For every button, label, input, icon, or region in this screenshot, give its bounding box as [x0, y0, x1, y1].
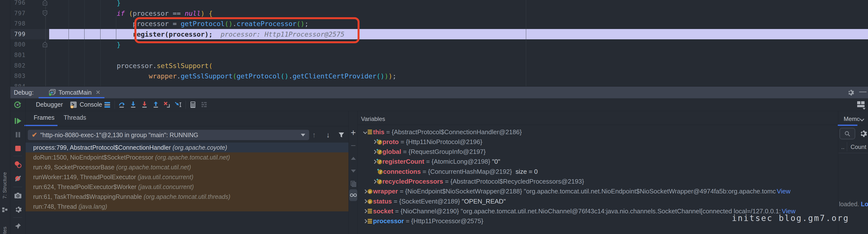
variable-name: processor [373, 217, 404, 225]
step-out-button[interactable] [150, 100, 161, 110]
rerun-button[interactable] [13, 100, 22, 109]
resume-button[interactable] [10, 116, 25, 126]
variable-row[interactable]: fglobal = {RequestGroupInfo@2197} [358, 147, 836, 157]
mute-breakpoints-button[interactable] [10, 173, 25, 184]
step-into-button[interactable] [128, 100, 139, 110]
line-number[interactable]: 801 [10, 50, 26, 60]
line-number[interactable]: 799 [10, 29, 26, 39]
memory-column-class[interactable]: .. [841, 144, 844, 150]
fold-marker-icon[interactable] [42, 41, 48, 48]
variable-row[interactable]: fregisterCount = {AtomicLong@2198} "0" [358, 157, 836, 167]
line-number[interactable]: 802 [10, 60, 26, 71]
thread-selector-dropdown[interactable]: ✔ "http-nio-8080-exec-1"@2,130 in group … [28, 130, 309, 140]
pause-button[interactable] [10, 129, 25, 140]
tab-threads[interactable]: Threads [61, 111, 89, 124]
variable-value: = {NioChannel@2190} "org.apache.tomcat.u… [393, 207, 781, 215]
move-watch-up-button[interactable] [349, 153, 358, 163]
sidebar-item-favorites[interactable]: vorites [2, 227, 8, 234]
variable-value: = {Http11Processor@2575} [404, 217, 484, 225]
frame-row[interactable]: doRun:1500, NioEndpoint$SocketProcessor … [25, 152, 348, 162]
settings-gear-icon[interactable] [847, 89, 854, 96]
restore-layout-icon[interactable] [856, 100, 866, 110]
code-line[interactable]: 801 [10, 50, 868, 60]
run-to-cursor-button[interactable] [173, 100, 184, 110]
variable-string-value: size = 0 [516, 168, 538, 175]
line-number[interactable]: 803 [10, 71, 26, 81]
variable-f-icon: f [376, 178, 382, 184]
variable-row[interactable]: this = {AbstractProtocol$ConnectionHandl… [358, 127, 836, 137]
variable-bars-icon [367, 218, 373, 224]
force-step-into-button[interactable] [139, 100, 150, 110]
search-icon [844, 130, 850, 137]
variable-row[interactable]: pstatus = {SocketEvent@2189} "OPEN_READ" [358, 196, 836, 206]
pin-button[interactable] [10, 221, 25, 232]
drop-frame-button[interactable] [161, 100, 173, 110]
tab-debugger[interactable]: Debugger [31, 98, 67, 111]
code-line[interactable]: 803 wrapper.getSslSupport(getProtocol().… [10, 71, 868, 81]
variable-row[interactable]: fconnections = {ConcurrentHashMap@2192} … [358, 167, 836, 176]
memory-settings-gear-icon[interactable] [859, 129, 867, 138]
view-value-link[interactable]: View [776, 187, 790, 195]
close-icon[interactable]: ✕ [94, 89, 100, 96]
tool-window-stripe: 7: Structure vorites [0, 0, 10, 234]
view-breakpoints-button[interactable] [10, 159, 25, 170]
line-number[interactable]: 798 [10, 19, 26, 29]
copy-watch-button[interactable] [349, 179, 358, 189]
run-tab-title: TomcatMain [59, 89, 92, 96]
line-number[interactable]: 804 [10, 81, 26, 87]
variable-value: = {ConcurrentHashMap@2192} [421, 168, 516, 175]
tab-memory[interactable]: Memory [844, 116, 859, 122]
fold-marker-icon[interactable] [42, 0, 48, 6]
previous-frame-button[interactable]: ↑ [309, 130, 319, 140]
frame-row[interactable]: process:799, AbstractProtocol$Connection… [25, 143, 348, 152]
code-line[interactable]: 804 [10, 81, 868, 87]
trace-settings-button[interactable] [198, 100, 210, 110]
sidebar-item-structure[interactable]: 7: Structure [2, 172, 8, 199]
column-divider[interactable] [847, 142, 847, 151]
variable-row[interactable]: pwrapper = {NioEndpoint$NioSocketWrapper… [358, 186, 836, 196]
frame-row[interactable]: runWorker:1149, ThreadPoolExecutor (java… [25, 172, 348, 182]
tab-frames[interactable]: Frames [31, 111, 57, 124]
variable-bars-icon [367, 129, 373, 135]
tab-console[interactable]: Console [67, 98, 105, 111]
show-execution-point-button[interactable] [102, 100, 113, 110]
chevron-down-icon[interactable] [860, 117, 864, 121]
remove-watch-button[interactable]: − [349, 141, 358, 150]
line-number[interactable]: 797 [10, 8, 26, 19]
add-watch-button[interactable]: + [349, 128, 358, 138]
divider [25, 126, 348, 126]
variable-name: connections [383, 168, 421, 175]
frame-row[interactable]: run:61, TaskThread$WrappingRunnable (org… [25, 192, 348, 202]
line-number[interactable]: 796 [10, 0, 26, 8]
line-number[interactable]: 800 [10, 39, 26, 50]
step-over-button[interactable] [116, 100, 128, 110]
stop-button[interactable] [10, 143, 25, 154]
next-frame-button[interactable]: ↓ [323, 130, 333, 140]
hide-icon[interactable]: — [859, 88, 866, 95]
active-tab-underline [838, 125, 858, 126]
run-tab-tomcatmain[interactable]: TomcatMain ✕ [47, 87, 102, 98]
frame-row[interactable]: run:49, SocketProcessorBase (org.apache.… [25, 162, 348, 172]
fold-marker-icon[interactable] [42, 10, 48, 16]
variable-row[interactable]: frecycledProcessors = {AbstractProtocol$… [358, 177, 836, 186]
memory-column-count[interactable]: Count [850, 144, 866, 150]
variable-value: = {AbstractProtocol$RecycledProcessors@2… [443, 178, 584, 185]
variable-value: = {RequestGroupInfo@2197} [401, 148, 486, 155]
frame-row[interactable]: run:624, ThreadPoolExecutor$Worker (java… [25, 182, 348, 192]
debugger-settings-gear-icon[interactable] [10, 204, 25, 215]
evaluate-expression-button[interactable] [187, 100, 198, 110]
load-classes-link[interactable]: Lo [861, 201, 868, 207]
thread-dump-camera-button[interactable] [10, 190, 25, 201]
code-line[interactable]: 796 } [10, 0, 868, 8]
move-watch-down-button[interactable] [349, 166, 358, 176]
code-line[interactable]: 802 processor.setSslSupport( [10, 60, 868, 71]
code-editor[interactable]: 796 }797 if (processor == null) {798 pro… [10, 0, 868, 87]
svg-text:p: p [369, 200, 371, 204]
hide-library-frames-filter-icon[interactable] [336, 130, 346, 140]
watches-toolbar: + − [348, 111, 358, 234]
variable-value: = {NioEndpoint$NioSocketWrapper@2188} "o… [398, 187, 776, 195]
variable-row[interactable]: fproto = {Http11NioProtocol@2196} [358, 137, 836, 147]
frame-row[interactable]: run:748, Thread (java.lang) [25, 202, 348, 211]
show-watches-in-variables-button[interactable] [349, 189, 357, 201]
memory-search-box[interactable] [839, 128, 855, 139]
